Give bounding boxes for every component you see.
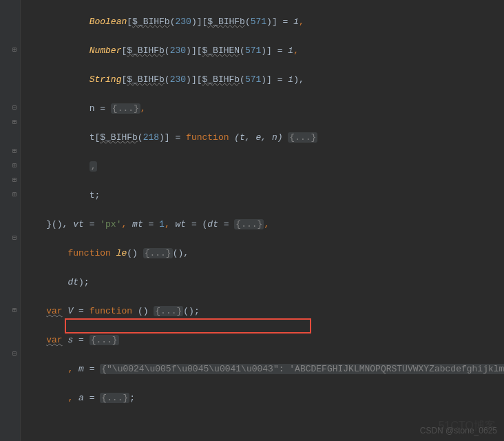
code-line: function le() {...}(),	[25, 246, 504, 260]
code-line: var V = function () {...}();	[25, 304, 504, 318]
code-line: Boolean[$_BIHFb(230)][$_BIHFb(571)] = i,	[25, 14, 504, 29]
fold-icon[interactable]: ⊟	[11, 351, 18, 358]
fold-icon[interactable]: ⊞	[11, 177, 18, 184]
code-line: t;	[25, 188, 504, 203]
code-line: }(), vt = 'px', mt = 1, wt = (dt = {...}…	[25, 217, 504, 232]
gutter: ⊞ ⊟ ⊞ ⊞ ⊞ ⊞ ⊞ ⊟ ⊞ ⊟	[0, 0, 21, 441]
code-line: Number[$_BIHFb(230)][$_BIHEN(571)] = i,	[25, 43, 504, 58]
code-area[interactable]: Boolean[$_BIHFb(230)][$_BIHFb(571)] = i,…	[21, 0, 504, 441]
fold-icon[interactable]: ⊟	[11, 105, 18, 112]
fold-icon[interactable]: ⊞	[11, 148, 18, 155]
fold-icon[interactable]: ⊟	[11, 235, 18, 242]
fold-icon[interactable]: ⊞	[11, 119, 18, 126]
watermark: CSDN @stone_0625	[420, 424, 497, 438]
code-line: dt);	[25, 275, 504, 289]
code-line: , a = {...};	[25, 391, 504, 405]
fold-icon[interactable]: ⊞	[11, 47, 18, 54]
fold-icon[interactable]: ⊞	[11, 307, 18, 314]
code-line: ,	[25, 159, 504, 174]
code-line: t[$_BIHFb(218)] = function (t, e, n) {..…	[25, 130, 504, 145]
fold-icon[interactable]: ⊞	[11, 192, 18, 198]
code-line: , m = {"\u0024\u005f\u0045\u0041\u0043":…	[25, 362, 504, 376]
fold-icon[interactable]: ⊞	[11, 163, 18, 170]
code-line: var s = {...}	[25, 333, 504, 347]
code-line: n = {...},	[25, 101, 504, 116]
code-line: String[$_BIHFb(230)][$_BIHFb(571)] = i),	[25, 72, 504, 87]
